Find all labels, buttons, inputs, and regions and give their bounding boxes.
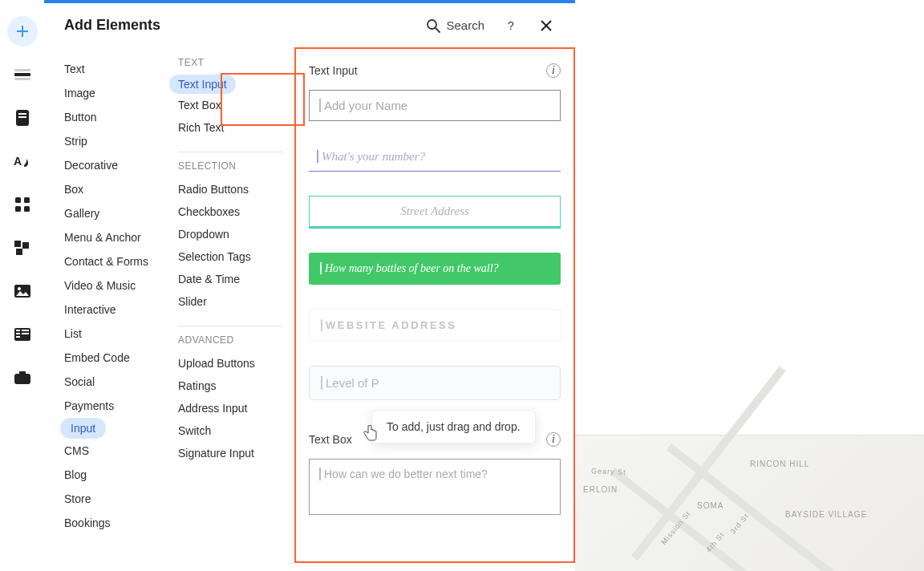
group-label-text: TEXT [178,57,282,68]
search-button[interactable]: Search [426,18,484,33]
svg-rect-21 [16,336,20,338]
panel-title: Add Elements [64,17,160,34]
divider [178,326,282,326]
sub-signature-input[interactable]: Signature Input [178,442,282,464]
map-label-third: 3rd St [729,512,751,535]
group-label-advanced: ADVANCED [178,334,282,346]
svg-rect-0 [14,73,30,76]
sub-selection-tags[interactable]: Selection Tags [178,245,282,268]
cat-text[interactable]: Text [44,57,162,81]
map-preview: ERLOIN Geary St SOMA RINCON HILL BAYSIDE… [575,435,924,571]
search-label: Search [446,18,484,32]
cat-embed-code[interactable]: Embed Code [44,346,162,370]
sub-upload-buttons[interactable]: Upload Buttons [178,352,282,375]
preview-column: Text Input i Add your Name What's your n… [294,47,575,563]
svg-rect-12 [22,242,29,249]
group-label-selection: SELECTION [178,160,282,172]
svg-text:A: A [14,155,22,168]
panel-header: Add Elements Search ? [44,3,575,47]
svg-rect-7 [15,197,21,203]
add-elements-button[interactable] [7,16,38,47]
section-text-input-title: Text Input [309,64,358,77]
cat-video-music[interactable]: Video & Music [44,273,162,298]
cat-image[interactable]: Image [44,81,162,105]
cat-list[interactable]: List [44,322,162,346]
cat-button[interactable]: Button [44,105,162,129]
svg-rect-22 [14,374,30,384]
section-text-box-title: Text Box [309,433,352,446]
cat-contact-forms[interactable]: Contact & Forms [44,249,162,273]
cat-blog[interactable]: Blog [44,463,162,487]
cat-social[interactable]: Social [44,370,162,394]
sub-rich-text[interactable]: Rich Text [178,116,282,139]
svg-line-25 [436,28,440,32]
sample-name-input[interactable]: Add your Name [309,90,561,121]
cat-box[interactable]: Box [44,177,162,201]
close-button[interactable] [537,17,555,34]
svg-rect-5 [18,116,26,118]
svg-rect-19 [16,333,20,334]
theme-icon[interactable]: A [7,146,38,176]
apps-icon[interactable] [7,189,38,220]
primary-category-list: Text Image Button Strip Decorative Box G… [44,47,162,571]
data-icon[interactable] [7,319,38,350]
svg-rect-18 [22,330,29,331]
svg-rect-2 [14,78,30,80]
svg-rect-20 [22,333,29,334]
svg-rect-13 [16,249,22,255]
sub-address-input[interactable]: Address Input [178,397,282,419]
sub-text-box[interactable]: Text Box [178,94,282,116]
cat-cms[interactable]: CMS [44,439,162,463]
cat-bookings[interactable]: Bookings [44,511,162,535]
cat-menu-anchor[interactable]: Menu & Anchor [44,225,162,249]
info-icon[interactable]: i [546,432,561,447]
sample-level-input[interactable]: Level of P [309,366,561,400]
page-icon[interactable] [7,103,38,133]
cat-strip[interactable]: Strip [44,129,162,153]
help-button[interactable]: ? [502,17,520,34]
svg-point-24 [428,20,436,29]
divider [178,152,282,152]
sample-number-input[interactable]: What's your number? [309,145,561,172]
cat-decorative[interactable]: Decorative [44,153,162,177]
svg-rect-4 [18,113,26,115]
svg-rect-1 [14,69,30,71]
secondary-category-list: TEXT Text Input Text Box Rich Text SELEC… [162,47,294,571]
drag-drop-tooltip: To add, just drag and drop. [371,410,536,443]
sub-switch[interactable]: Switch [178,419,282,442]
sub-radio-buttons[interactable]: Radio Buttons [178,178,282,200]
sub-ratings[interactable]: Ratings [178,375,282,397]
sub-dropdown[interactable]: Dropdown [178,223,282,245]
add-elements-panel: Add Elements Search ? Text Image Button … [44,0,575,571]
sub-date-time[interactable]: Date & Time [178,268,282,290]
map-label-soma: SOMA [697,501,723,510]
sample-website-input[interactable]: WEBSITE ADDRESS [309,309,561,342]
cat-store[interactable]: Store [44,487,162,511]
puzzle-icon[interactable] [7,233,38,263]
info-icon[interactable]: i [546,63,561,78]
sample-street-input[interactable]: Street Address [309,196,561,229]
business-icon[interactable] [7,362,38,393]
cat-interactive[interactable]: Interactive [44,298,162,322]
left-toolbar: A [0,0,44,571]
map-label-rincon: RINCON HILL [750,460,809,468]
sample-bottles-input[interactable]: How many bottles of beer on the wall? [309,253,561,285]
svg-point-15 [18,287,21,290]
section-text-input-header: Text Input i [309,63,561,78]
media-icon[interactable] [7,276,38,306]
svg-rect-10 [24,206,30,212]
svg-text:?: ? [508,19,514,32]
sub-checkboxes[interactable]: Checkboxes [178,200,282,223]
cat-gallery[interactable]: Gallery [44,201,162,225]
sub-text-input[interactable]: Text Input [169,75,236,94]
map-label-geary: Geary St [591,467,626,476]
cat-payments[interactable]: Payments [44,394,162,418]
svg-rect-17 [16,330,20,331]
sample-textbox[interactable]: How can we do better next time? [309,459,561,515]
section-icon[interactable] [7,59,38,90]
sub-slider[interactable]: Slider [178,290,282,313]
svg-rect-23 [19,371,26,375]
map-label-bayside: BAYSIDE VILLAGE [785,509,867,520]
svg-rect-11 [14,241,21,247]
cat-input[interactable]: Input [60,418,106,439]
